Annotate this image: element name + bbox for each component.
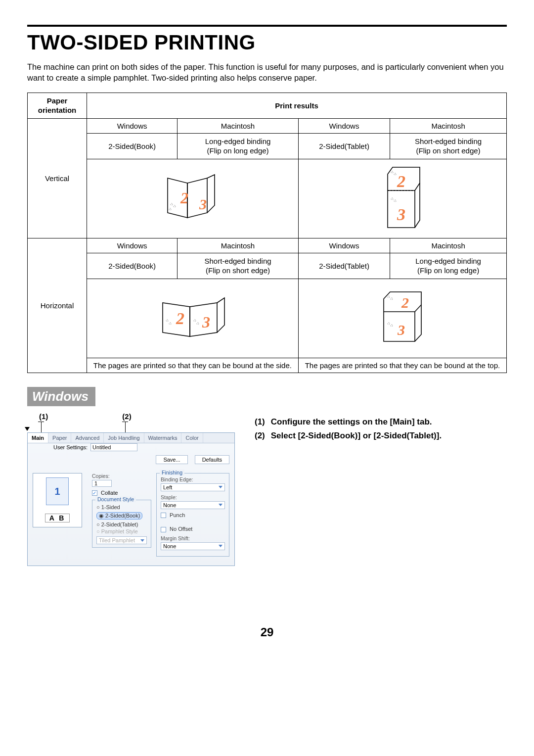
os-mac: Macintosh bbox=[221, 241, 255, 250]
chevron-down-icon bbox=[140, 539, 144, 542]
os-win: Windows bbox=[329, 122, 359, 130]
os-win: Windows bbox=[117, 122, 147, 130]
desc-bound-top: The pages are printed so that they can b… bbox=[305, 361, 500, 370]
step-1-text: Configure the settings on the [Main] tab… bbox=[271, 417, 432, 426]
windows-section-badge: Windows bbox=[27, 387, 95, 406]
book-open-icon: 2 3 bbox=[158, 171, 227, 227]
binding-edge-dropdown[interactable]: Left bbox=[161, 483, 225, 491]
checkbox-icon bbox=[92, 490, 97, 496]
section-rule bbox=[27, 25, 507, 27]
os-mac: Macintosh bbox=[221, 122, 255, 130]
staple-label: Staple: bbox=[161, 494, 225, 500]
svg-text:2: 2 bbox=[397, 172, 405, 190]
notepad-flip-landscape-icon: 2 3 bbox=[378, 340, 427, 349]
checkbox-icon bbox=[161, 513, 166, 518]
horiz-mac-tab-l1: Long-edged binding bbox=[415, 257, 481, 265]
preview-sheet: 1 bbox=[46, 477, 69, 505]
svg-point-4 bbox=[169, 208, 171, 210]
tiled-pamphlet-dropdown[interactable]: Tiled Pamphlet bbox=[96, 536, 147, 544]
callout-1: (1) bbox=[39, 412, 48, 421]
vert-mac-tab-l1: Short-edged binding bbox=[415, 137, 482, 145]
ds-pamphlet[interactable]: ○ Pamphlet Style bbox=[96, 528, 147, 534]
svg-point-22 bbox=[391, 325, 393, 327]
page-number: 29 bbox=[27, 625, 507, 639]
vert-mac-tab-l2: (Flip on short edge) bbox=[416, 146, 481, 155]
svg-point-20 bbox=[391, 298, 393, 300]
vert-win-book: 2-Sided(Book) bbox=[108, 142, 156, 150]
th-results: Print results bbox=[275, 101, 318, 110]
svg-text:3: 3 bbox=[199, 196, 207, 212]
horiz-win-tablet: 2-Sided(Tablet) bbox=[319, 262, 369, 270]
dialog-tabs: Main Paper Advanced Job Handling Waterma… bbox=[28, 433, 234, 443]
tab-job-handling[interactable]: Job Handling bbox=[104, 433, 144, 443]
vert-mac-book-l1: Long-edged binding bbox=[205, 137, 271, 145]
svg-text:2: 2 bbox=[401, 294, 409, 311]
checkbox-icon bbox=[161, 527, 166, 532]
margin-shift-dropdown[interactable]: None bbox=[161, 542, 225, 550]
horiz-mac-book-l1: Short-edged binding bbox=[204, 257, 271, 265]
vert-mac-book-l2: (Flip on long edge) bbox=[207, 146, 268, 155]
step-1-num: (1) bbox=[255, 415, 268, 429]
tab-watermarks[interactable]: Watermarks bbox=[144, 433, 182, 443]
preview-ab-icon: A B bbox=[45, 514, 70, 522]
svg-point-8 bbox=[394, 173, 396, 175]
chevron-down-icon bbox=[219, 504, 222, 506]
defaults-button[interactable]: Defaults bbox=[195, 455, 229, 464]
tab-advanced[interactable]: Advanced bbox=[71, 433, 104, 443]
user-settings-label: User Settings: bbox=[53, 444, 88, 450]
document-style-label: Document Style bbox=[95, 496, 136, 502]
th-orientation: Paper orientation bbox=[38, 96, 77, 115]
finishing-label: Finishing bbox=[160, 470, 184, 475]
margin-shift-label: Margin Shift: bbox=[161, 535, 225, 541]
horiz-mac-book-l2: (Flip on short edge) bbox=[206, 266, 270, 275]
step-2-text: Select [2-Sided(Book)] or [2-Sided(Table… bbox=[271, 431, 442, 440]
chevron-down-icon bbox=[219, 545, 222, 547]
horiz-win-book: 2-Sided(Book) bbox=[108, 262, 156, 270]
step-2-num: (2) bbox=[255, 429, 268, 443]
svg-point-7 bbox=[391, 171, 393, 173]
staple-dropdown[interactable]: None bbox=[161, 501, 225, 509]
notepad-flip-icon: 2 3 bbox=[380, 226, 425, 234]
punch-checkbox[interactable]: Punch bbox=[161, 512, 225, 519]
ds-1sided[interactable]: ○ 1-Sided bbox=[96, 504, 147, 510]
vert-win-tablet: 2-Sided(Tablet) bbox=[319, 142, 369, 150]
tab-paper[interactable]: Paper bbox=[48, 433, 71, 443]
user-settings-input[interactable] bbox=[90, 443, 137, 451]
os-mac: Macintosh bbox=[431, 122, 465, 130]
tab-color[interactable]: Color bbox=[181, 433, 203, 443]
collate-checkbox[interactable]: Collate bbox=[92, 490, 118, 496]
svg-point-9 bbox=[391, 198, 393, 200]
print-dialog-screenshot: Main Paper Advanced Job Handling Waterma… bbox=[27, 432, 235, 566]
svg-text:3: 3 bbox=[397, 322, 405, 338]
tab-main[interactable]: Main bbox=[28, 433, 48, 443]
svg-point-14 bbox=[169, 323, 171, 325]
copies-input[interactable]: 1 bbox=[92, 480, 112, 487]
print-results-table: Paper orientation Print results Vertical… bbox=[27, 93, 507, 373]
orient-vertical: Vertical bbox=[45, 174, 69, 183]
svg-point-21 bbox=[388, 323, 390, 325]
svg-point-16 bbox=[197, 323, 199, 325]
svg-point-10 bbox=[394, 200, 396, 202]
svg-point-13 bbox=[166, 320, 168, 322]
binding-edge-label: Binding Edge: bbox=[161, 476, 225, 482]
book-open-landscape-icon: 2 3 bbox=[155, 335, 229, 344]
copies-label: Copies: bbox=[92, 473, 151, 479]
callout-2: (2) bbox=[122, 412, 131, 421]
desc-bound-side: The pages are printed so that they can b… bbox=[93, 361, 292, 370]
save-button[interactable]: Save... bbox=[156, 455, 187, 464]
instruction-steps: (1) Configure the settings on the [Main]… bbox=[255, 415, 442, 444]
chevron-down-icon bbox=[219, 486, 222, 488]
orient-horizontal: Horizontal bbox=[41, 301, 74, 310]
page-title: TWO-SIDED PRINTING bbox=[27, 31, 507, 54]
svg-point-2 bbox=[171, 203, 173, 205]
intro-text: The machine can print on both sides of t… bbox=[27, 61, 507, 84]
ds-2sided-book[interactable]: ◉ 2-Sided(Book) bbox=[96, 512, 142, 520]
no-offset-checkbox[interactable]: No Offset bbox=[161, 526, 225, 532]
os-mac: Macintosh bbox=[431, 241, 465, 250]
paper-preview: 1 A B bbox=[33, 473, 82, 527]
svg-point-3 bbox=[174, 205, 176, 207]
ds-2sided-tablet[interactable]: ○ 2-Sided(Tablet) bbox=[96, 521, 147, 527]
horiz-mac-tab-l2: (Flip on long edge) bbox=[417, 266, 479, 275]
svg-point-19 bbox=[388, 296, 390, 298]
os-win: Windows bbox=[117, 241, 147, 250]
